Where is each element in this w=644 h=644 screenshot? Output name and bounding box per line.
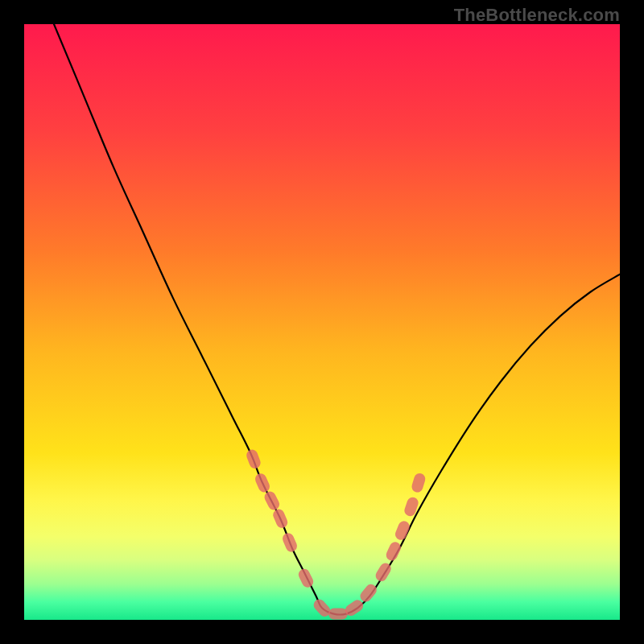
marker-pill xyxy=(296,567,315,589)
highlight-markers xyxy=(245,448,427,620)
marker-pill xyxy=(384,540,402,563)
marker-pill xyxy=(271,507,289,530)
plot-area xyxy=(24,24,620,620)
attribution-text: TheBottleneck.com xyxy=(454,5,620,26)
marker-pill xyxy=(262,489,281,512)
marker-pill xyxy=(254,472,272,494)
chart-svg xyxy=(24,24,620,620)
marker-pill xyxy=(328,609,348,620)
bottleneck-curve xyxy=(54,24,620,615)
marker-pill xyxy=(411,472,427,493)
marker-pill xyxy=(245,448,262,470)
marker-pill xyxy=(358,582,379,604)
marker-pill xyxy=(281,531,299,554)
outer-frame: TheBottleneck.com xyxy=(0,0,644,644)
